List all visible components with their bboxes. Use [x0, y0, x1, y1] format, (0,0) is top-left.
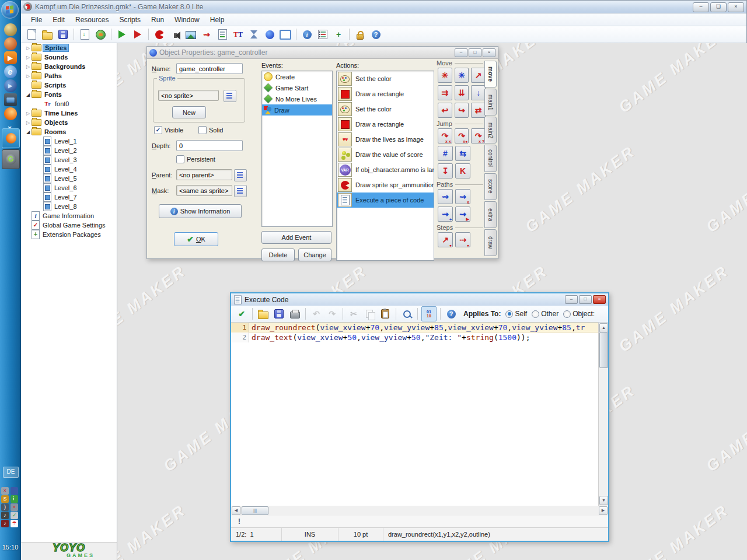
- tree-expander-icon[interactable]: ▷: [25, 46, 32, 51]
- tray-mute-icon[interactable]: ♪: [1, 520, 9, 527]
- tree-expander-icon[interactable]: ▷: [25, 55, 32, 60]
- menu-file[interactable]: File: [26, 15, 47, 25]
- create-timeline-button[interactable]: [247, 27, 261, 41]
- publish-game-button[interactable]: [93, 27, 107, 41]
- minimize-button[interactable]: –: [455, 48, 467, 57]
- horizontal-scroll-thumb[interactable]: |||: [242, 506, 268, 515]
- global-game-settings-button[interactable]: [316, 27, 330, 41]
- tray-avira-icon[interactable]: ☂: [11, 520, 18, 527]
- event-item-draw[interactable]: Draw: [262, 104, 332, 116]
- speed-vertical-button[interactable]: ⇊: [455, 85, 469, 100]
- code-line-2[interactable]: 2draw_text(view_xview+50,view_yview+50,"…: [231, 332, 608, 342]
- load-button[interactable]: [256, 307, 270, 321]
- visible-checkbox[interactable]: ✓Visible: [154, 126, 183, 134]
- scroll-down-button[interactable]: ▼: [599, 496, 608, 505]
- tray-disconnected-icon[interactable]: ×: [11, 503, 18, 511]
- add-event-button[interactable]: Add Event: [261, 231, 331, 244]
- menu-window[interactable]: Window: [169, 15, 205, 25]
- action-item[interactable]: Draw a rectangle: [337, 86, 434, 102]
- upgrade-button[interactable]: [353, 27, 367, 41]
- toolbox-tab-score[interactable]: score: [484, 173, 497, 200]
- action-item[interactable]: ♥♥Draw the lives as image: [337, 132, 434, 147]
- tree-expander-icon[interactable]: ◢: [25, 130, 32, 135]
- tree-item-scripts[interactable]: Scripts: [21, 80, 117, 90]
- align-grid-button[interactable]: #: [438, 146, 453, 161]
- menu-help[interactable]: Help: [205, 15, 230, 25]
- run-debug-button[interactable]: [131, 27, 145, 41]
- menu-edit[interactable]: Edit: [47, 15, 70, 25]
- applies-radio-self[interactable]: Self: [505, 310, 527, 318]
- tree-item-font0[interactable]: Trfont0: [21, 99, 117, 108]
- scroll-left-button[interactable]: ◀: [232, 506, 240, 515]
- move-free-button[interactable]: ✳: [455, 68, 469, 83]
- maximize-button[interactable]: □: [579, 295, 592, 304]
- extension-packages-button[interactable]: +: [331, 27, 345, 41]
- code-editor[interactable]: 1draw_roundrect(view_xview+70,view_yview…: [231, 323, 608, 506]
- toolbox-tab-move[interactable]: move: [484, 61, 497, 88]
- change-event-button[interactable]: Change: [298, 249, 331, 261]
- parent-menu-button[interactable]: [234, 169, 247, 181]
- open-button[interactable]: [40, 27, 54, 41]
- new-button[interactable]: [25, 27, 39, 41]
- jump-position-button[interactable]: ↷x x: [438, 128, 452, 144]
- sprite-input[interactable]: [158, 90, 219, 101]
- create-sprite-button[interactable]: [152, 27, 166, 41]
- wrap-screen-button[interactable]: ⇆: [455, 146, 470, 161]
- help-button[interactable]: ?: [444, 307, 458, 321]
- internet-explorer-icon[interactable]: e: [4, 65, 17, 78]
- execute-code-titlebar[interactable]: Execute Code – □ ×: [231, 293, 608, 306]
- create-executable-button[interactable]: [78, 27, 92, 41]
- parent-input[interactable]: [176, 169, 232, 180]
- taskbar-gamemaker-button[interactable]: G: [2, 149, 20, 169]
- show-information-button[interactable]: iShow Information: [159, 204, 242, 218]
- tree-expander-icon[interactable]: ▷: [25, 74, 32, 79]
- sprite-menu-button[interactable]: [224, 90, 236, 102]
- tray-display-icon[interactable]: ): [1, 503, 9, 511]
- ok-button[interactable]: ✔OK: [174, 232, 218, 246]
- tree-item-objects[interactable]: ▷Objects: [21, 118, 117, 127]
- tree-item-time-lines[interactable]: ▷Time Lines: [21, 108, 117, 118]
- tray-user-offline-icon[interactable]: ×: [1, 487, 9, 495]
- action-item[interactable]: Draw the value of score: [337, 147, 434, 162]
- quicklaunch-shield-icon[interactable]: [4, 37, 17, 50]
- path-speed-button[interactable]: ⇝▶: [455, 206, 470, 222]
- taskbar-firefox-button[interactable]: [2, 128, 20, 148]
- minimize-button[interactable]: –: [693, 2, 709, 12]
- goto-line-button[interactable]: 0110: [421, 306, 437, 321]
- create-background-button[interactable]: [184, 27, 198, 41]
- depth-input[interactable]: [176, 140, 243, 151]
- tree-item-extension-packages[interactable]: +Extension Packages: [21, 230, 117, 239]
- save-button[interactable]: [272, 307, 286, 321]
- tree-item-level_4[interactable]: Level_4: [21, 164, 117, 174]
- solid-checkbox[interactable]: Solid: [198, 126, 223, 134]
- close-button[interactable]: ×: [728, 2, 744, 12]
- tree-item-fonts[interactable]: ◢Fonts: [21, 90, 117, 99]
- action-item[interactable]: VARIf obj_character.ammo is larg: [337, 162, 434, 177]
- jump-random-button[interactable]: ↷x ?: [471, 128, 486, 144]
- event-item-no-more-lives[interactable]: No More Lives: [262, 93, 332, 104]
- close-button[interactable]: ×: [483, 48, 495, 57]
- mask-menu-button[interactable]: [234, 185, 247, 197]
- tree-item-level_2[interactable]: Level_2: [21, 146, 117, 155]
- tree-item-global-game-settings[interactable]: ✓Global Game Settings: [21, 220, 117, 230]
- tree-expander-icon[interactable]: ▷: [25, 64, 32, 69]
- menu-run[interactable]: Run: [146, 15, 169, 25]
- tree-expander-icon[interactable]: ◢: [25, 92, 32, 97]
- move-towards-button[interactable]: ↗: [471, 68, 486, 83]
- applies-radio-other[interactable]: Other: [532, 310, 558, 318]
- language-indicator[interactable]: DE: [3, 467, 19, 478]
- toolbox-tab-main1[interactable]: main1: [484, 89, 497, 116]
- action-item[interactable]: Set the color: [337, 71, 434, 86]
- tree-item-sprites[interactable]: ▷Sprites: [21, 43, 117, 52]
- persistent-checkbox[interactable]: Persistent: [176, 155, 215, 163]
- tree-item-backgrounds[interactable]: ▷Backgrounds: [21, 62, 117, 71]
- step-towards-button[interactable]: ↗●: [438, 232, 453, 247]
- code-line-1[interactable]: 1draw_roundrect(view_xview+70,view_yview…: [231, 323, 608, 332]
- tray-signal-icon[interactable]: ⠇: [11, 495, 18, 503]
- menu-scripts[interactable]: Scripts: [114, 15, 146, 25]
- tree-item-level_5[interactable]: Level_5: [21, 174, 117, 183]
- move-contact-button[interactable]: ↧: [438, 163, 453, 178]
- create-sound-button[interactable]: [168, 27, 182, 41]
- paste-button[interactable]: [378, 307, 392, 321]
- action-item[interactable]: Draw a rectangle: [337, 117, 434, 132]
